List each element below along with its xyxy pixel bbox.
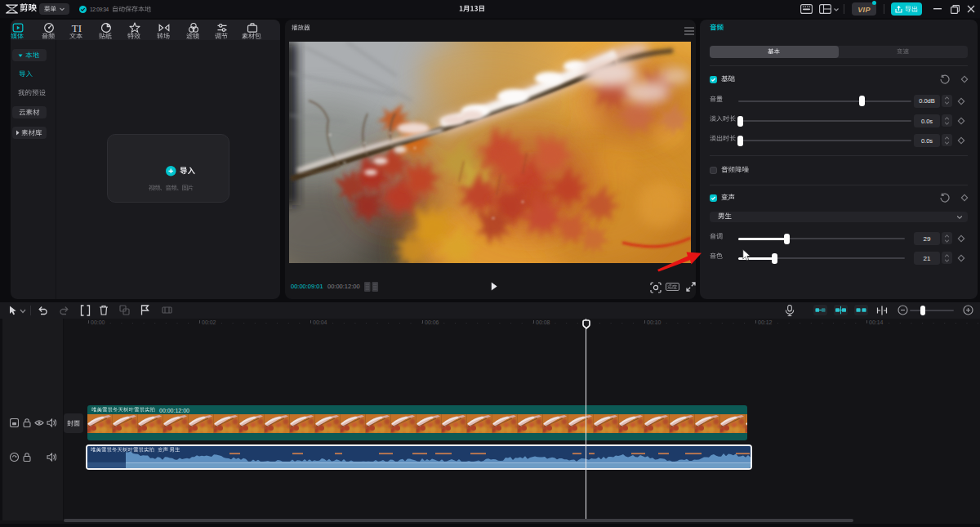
- svg-text:VIP: VIP: [858, 6, 871, 14]
- svg-text:TI: TI: [72, 22, 82, 33]
